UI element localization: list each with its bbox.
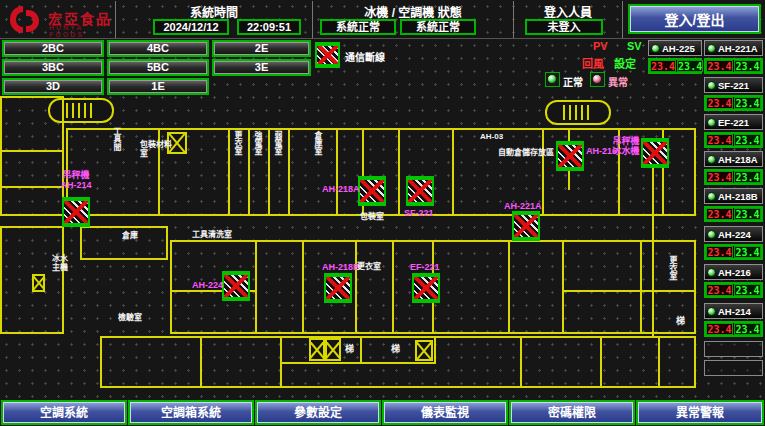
login-status: 未登入 xyxy=(525,19,603,35)
stair-symbol xyxy=(415,340,433,361)
unit-ah-221a[interactable]: AH-221A xyxy=(704,40,763,56)
nav-password-auth[interactable]: 密碼權限 xyxy=(509,400,635,425)
unit-ah-221a-values: 23.423.4 xyxy=(704,58,763,74)
unit-ah-216[interactable]: AH-216 xyxy=(704,264,763,280)
unit-ah-218b-values: 23.423.4 xyxy=(704,206,763,222)
unit-sf-221-values: 23.423.4 xyxy=(704,95,763,111)
logo-arc-left xyxy=(10,6,23,33)
equip-label: SF-221 xyxy=(404,208,434,218)
divider xyxy=(312,1,313,38)
wall xyxy=(562,240,564,334)
wall xyxy=(228,128,230,216)
chiller-status: 系統正常 xyxy=(320,19,396,35)
abnormal-lamp xyxy=(590,72,605,87)
empty-slot xyxy=(704,360,763,376)
pv-value: 23.4 xyxy=(706,323,733,335)
brand-logo: 宏亞食品 HUNYA FOODS xyxy=(2,2,114,36)
room-label: 梯 xyxy=(676,317,685,326)
unit-ef-221[interactable]: EF-221 xyxy=(704,114,763,130)
unit-ah-218a-values: 23.423.4 xyxy=(704,169,763,185)
floor-button-3bc[interactable]: 3BC xyxy=(2,59,104,76)
floor-button-3e[interactable]: 3E xyxy=(212,59,311,76)
floor-button-5bc[interactable]: 5BC xyxy=(107,59,209,76)
plan-marker-ah-221a[interactable] xyxy=(512,211,540,241)
unit-name: AH-214 xyxy=(718,306,751,317)
divider xyxy=(115,1,116,38)
equip-label: AH-218A xyxy=(322,184,360,194)
room-label: 梯 xyxy=(391,345,400,354)
unit-ah-224[interactable]: AH-224 xyxy=(704,226,763,242)
status-led xyxy=(707,230,716,239)
wall xyxy=(600,336,602,388)
unit-name: AH-224 xyxy=(718,229,751,240)
stair-symbol xyxy=(32,274,45,292)
room-label: 弱電室 xyxy=(273,131,282,173)
floor-button-4bc[interactable]: 4BC xyxy=(107,40,209,57)
floor-button-3d[interactable]: 3D xyxy=(2,78,104,95)
plan-marker-ah-214[interactable] xyxy=(62,197,90,227)
room-label: 包裝室 xyxy=(360,212,384,221)
sv-value: 23.4 xyxy=(734,97,761,109)
wall xyxy=(508,240,510,334)
login-logout-button[interactable]: 登入/登出 xyxy=(628,4,761,34)
room-label: 包裝材料室 xyxy=(140,140,178,158)
pv-value: 23.4 xyxy=(706,284,733,296)
nav-ahu-system[interactable]: 空調箱系統 xyxy=(128,400,254,425)
plan-marker-ah-218b[interactable] xyxy=(324,273,352,303)
unit-name: AH-225 xyxy=(662,43,695,54)
floor-button-2bc[interactable]: 2BC xyxy=(2,40,104,57)
sv-value: 23.4 xyxy=(734,284,761,296)
floor-button-1e[interactable]: 1E xyxy=(107,78,209,95)
wall xyxy=(542,128,544,216)
plan-marker-ah-216[interactable] xyxy=(556,141,584,171)
sv-value: 23.4 xyxy=(734,246,761,258)
normal-lamp xyxy=(545,72,560,87)
floor-button-2e[interactable]: 2E xyxy=(212,40,311,57)
wall xyxy=(255,240,257,334)
logo-arc-right xyxy=(26,10,39,32)
status-led xyxy=(651,44,660,53)
unit-ah-225-values: 23.423.4 xyxy=(648,58,702,74)
plan-marker-ah-224[interactable] xyxy=(222,271,250,301)
equip-label: AH-221A xyxy=(504,201,542,211)
nav-alarm[interactable]: 異常警報 xyxy=(636,400,764,425)
unit-ah-225[interactable]: AH-225 xyxy=(648,40,702,56)
unit-sf-221[interactable]: SF-221 xyxy=(704,77,763,93)
abnormal-label: 異常 xyxy=(608,74,628,89)
wall xyxy=(658,336,660,388)
comm-loss-legend-icon xyxy=(315,42,340,68)
stair-symbol xyxy=(325,338,341,361)
unit-ah-214[interactable]: AH-214 xyxy=(704,303,763,319)
unit-ah-224-values: 23.423.4 xyxy=(704,244,763,260)
login-user-title: 登入人員 xyxy=(515,3,621,20)
status-led xyxy=(707,307,716,316)
nav-parameter-setting[interactable]: 參數設定 xyxy=(255,400,381,425)
wall xyxy=(288,128,290,216)
nav-meter-monitor[interactable]: 儀表監視 xyxy=(382,400,508,425)
nav-ac-system[interactable]: 空調系統 xyxy=(1,400,127,425)
sv-desc-label: 設定 xyxy=(614,55,636,71)
equip-label: AH-218B xyxy=(322,262,360,272)
unit-ah-218b[interactable]: AH-218B xyxy=(704,188,763,204)
plan-marker-sf-221[interactable] xyxy=(406,176,434,206)
room-label: 工具間 xyxy=(112,127,121,169)
sv-value: 23.4 xyxy=(677,60,703,72)
status-led xyxy=(707,192,716,201)
unit-ef-221-values: 23.423.4 xyxy=(704,132,763,148)
status-led xyxy=(707,81,716,90)
status-led xyxy=(707,118,716,127)
pv-value: 23.4 xyxy=(650,60,676,72)
plan-marker-ah-225[interactable] xyxy=(641,138,669,168)
pv-value: 23.4 xyxy=(706,60,733,72)
plan-marker-ah-218a[interactable] xyxy=(358,176,386,206)
unit-name: AH-218A xyxy=(718,154,758,165)
status-led xyxy=(707,155,716,164)
unit-ah-214-values: 23.423.4 xyxy=(704,321,763,337)
sv-value: 23.4 xyxy=(734,60,761,72)
plan-marker-ef-221[interactable] xyxy=(412,273,440,303)
unit-ah-218a[interactable]: AH-218A xyxy=(704,151,763,167)
wall xyxy=(520,336,522,388)
wall xyxy=(302,240,304,334)
pv-value: 23.4 xyxy=(706,134,733,146)
room-label: 工具清洗室 xyxy=(192,230,232,239)
